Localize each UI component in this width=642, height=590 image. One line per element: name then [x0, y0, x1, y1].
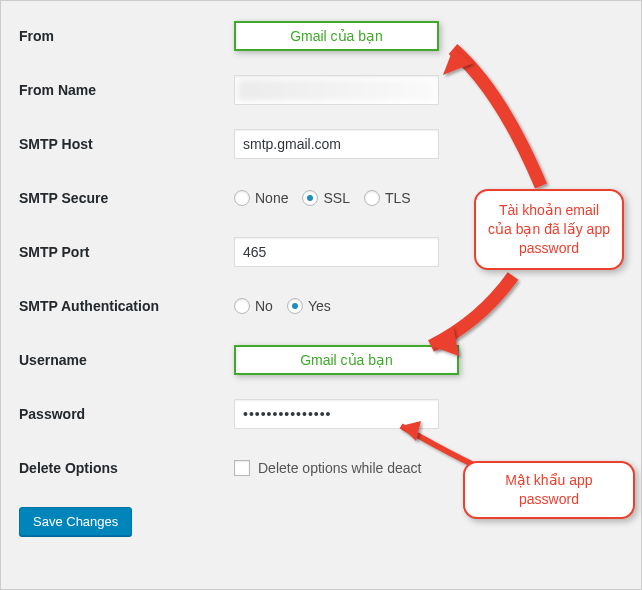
radio-label: No — [255, 298, 273, 314]
radio-label: TLS — [385, 190, 411, 206]
smtp-host-input[interactable] — [234, 129, 439, 159]
callout-email: Tài khoản email của bạn đã lấy app passw… — [474, 189, 624, 270]
label-username: Username — [19, 352, 234, 368]
radio-icon — [234, 298, 250, 314]
row-smtp-auth: SMTP Authentication No Yes — [19, 291, 623, 321]
checkbox-icon — [234, 460, 250, 476]
from-highlight-text: Gmail của bạn — [290, 28, 383, 44]
label-delete-options: Delete Options — [19, 460, 234, 476]
row-smtp-host: SMTP Host — [19, 129, 623, 159]
radio-auth-no[interactable]: No — [234, 298, 273, 314]
row-from-name: From Name — [19, 75, 623, 105]
checkbox-label: Delete options while deact — [258, 460, 421, 476]
radio-icon — [364, 190, 380, 206]
from-name-input-blurred[interactable] — [234, 75, 439, 105]
label-smtp-host: SMTP Host — [19, 136, 234, 152]
callout-text: Mật khẩu app password — [505, 472, 592, 507]
label-smtp-auth: SMTP Authentication — [19, 298, 234, 314]
radio-auth-yes[interactable]: Yes — [287, 298, 331, 314]
username-highlight-box: Gmail của bạn — [234, 345, 459, 375]
callout-text: Tài khoản email của bạn đã lấy app passw… — [488, 202, 610, 256]
label-smtp-secure: SMTP Secure — [19, 190, 234, 206]
radio-secure-none[interactable]: None — [234, 190, 288, 206]
radio-label: None — [255, 190, 288, 206]
from-highlight-box: Gmail của bạn — [234, 21, 439, 51]
radio-secure-tls[interactable]: TLS — [364, 190, 411, 206]
delete-options-checkbox[interactable]: Delete options while deact — [234, 460, 421, 476]
password-input[interactable] — [234, 399, 439, 429]
radio-label: SSL — [323, 190, 349, 206]
label-from: From — [19, 28, 234, 44]
radio-icon — [234, 190, 250, 206]
row-password: Password — [19, 399, 623, 429]
label-from-name: From Name — [19, 82, 234, 98]
row-from: From Gmail của bạn — [19, 21, 623, 51]
callout-password: Mật khẩu app password — [463, 461, 635, 519]
save-changes-button[interactable]: Save Changes — [19, 507, 132, 536]
smtp-port-input[interactable] — [234, 237, 439, 267]
label-password: Password — [19, 406, 234, 422]
username-highlight-text: Gmail của bạn — [300, 352, 393, 368]
radio-secure-ssl[interactable]: SSL — [302, 190, 349, 206]
radio-label: Yes — [308, 298, 331, 314]
label-smtp-port: SMTP Port — [19, 244, 234, 260]
radio-icon — [287, 298, 303, 314]
row-username: Username Gmail của bạn — [19, 345, 623, 375]
radio-icon — [302, 190, 318, 206]
